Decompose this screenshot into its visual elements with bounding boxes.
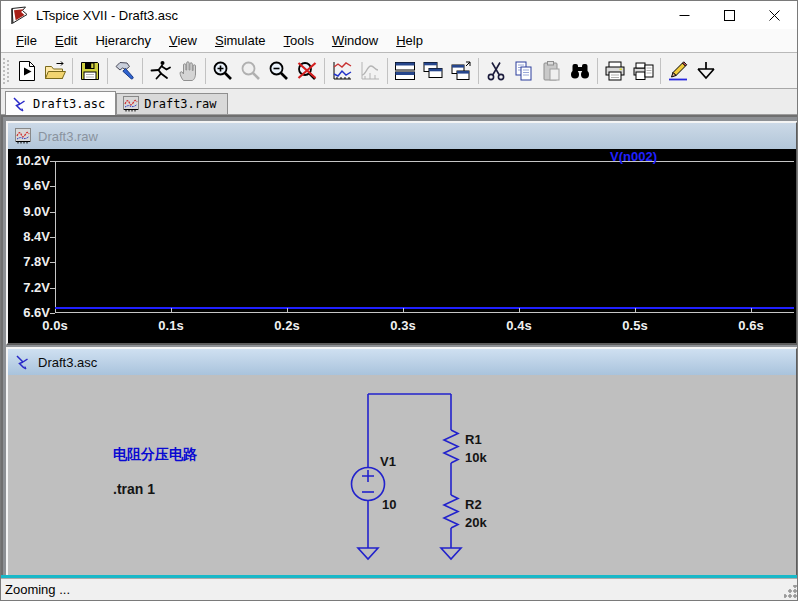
toolbar-open-button[interactable] <box>41 56 69 86</box>
r2-value-label[interactable]: 20k <box>465 515 487 530</box>
waveform-window-titlebar[interactable]: Draft3.raw <box>8 123 796 149</box>
toolbar-place-ground-button[interactable] <box>692 56 720 86</box>
y-axis-label[interactable]: 9.6V <box>8 178 50 193</box>
x-axis-label[interactable]: 0.1s <box>149 318 193 333</box>
schematic-canvas[interactable]: 电阻分压电路 .tran 1 <box>8 375 796 577</box>
schematic-doc-icon <box>12 96 28 112</box>
toolbar-cut-button[interactable] <box>482 56 510 86</box>
y-axis-label[interactable]: 8.4V <box>8 229 50 244</box>
trace-v-n002[interactable] <box>55 307 794 309</box>
toolbar-new-schematic-button[interactable] <box>13 56 41 86</box>
menu-edit[interactable]: Edit <box>46 30 86 51</box>
document-tabbar: Draft3.ascDraft3.raw <box>1 89 797 115</box>
ground-r2 <box>441 548 461 559</box>
window-title: LTspice XVII - Draft3.asc <box>36 8 178 23</box>
waveform-window: Draft3.raw V(n002) 10.2V9.6V9.0V8.4V7.8V… <box>6 121 798 345</box>
toolbar-zoom-out-button[interactable] <box>265 56 293 86</box>
v1-value-label[interactable]: 10 <box>382 497 396 512</box>
x-axis-label[interactable]: 0.4s <box>497 318 541 333</box>
toolbar <box>1 53 797 89</box>
toolbar-separator <box>387 58 388 84</box>
menu-view[interactable]: View <box>160 30 206 51</box>
tab-draft3-raw[interactable]: Draft3.raw <box>116 93 227 114</box>
new-schematic-icon <box>15 59 39 83</box>
plot-settings-icon <box>358 59 382 83</box>
save-icon <box>78 59 102 83</box>
toolbar-tile-windows-button[interactable] <box>391 56 419 86</box>
y-axis-label[interactable]: 9.0V <box>8 204 50 219</box>
tab-draft3-asc[interactable]: Draft3.asc <box>5 91 116 115</box>
x-axis-label[interactable]: 0.3s <box>381 318 425 333</box>
plot-frame <box>55 161 794 313</box>
waveform-plot-area[interactable]: V(n002) 10.2V9.6V9.0V8.4V7.8V7.2V6.6V0.0… <box>8 149 796 343</box>
y-axis-tick <box>50 288 55 289</box>
toolbar-restore-windows-button[interactable] <box>447 56 475 86</box>
toolbar-grip[interactable] <box>3 58 10 84</box>
control-panel-icon <box>113 59 137 83</box>
toolbar-draw-wire-button[interactable] <box>664 56 692 86</box>
copy-icon <box>512 59 536 83</box>
tab-label: Draft3.asc <box>33 97 105 111</box>
r1-symbol <box>444 430 458 463</box>
toolbar-copy-button[interactable] <box>510 56 538 86</box>
toolbar-separator <box>597 58 598 84</box>
toolbar-plot-settings-button <box>356 56 384 86</box>
x-axis-label[interactable]: 0.5s <box>613 318 657 333</box>
ltspice-logo-icon <box>9 5 29 25</box>
circuit-wires <box>352 394 462 559</box>
x-axis-label[interactable]: 0.2s <box>265 318 309 333</box>
toolbar-save-button[interactable] <box>76 56 104 86</box>
menu-tools[interactable]: Tools <box>275 30 323 51</box>
toolbar-print-button[interactable] <box>601 56 629 86</box>
open-icon <box>43 59 67 83</box>
y-axis-label[interactable]: 10.2V <box>8 153 50 168</box>
y-axis-tick <box>50 313 55 314</box>
y-axis-tick <box>50 237 55 238</box>
menu-hierarchy[interactable]: Hierarchy <box>86 30 160 51</box>
draw-wire-icon <box>666 59 690 83</box>
menu-simulate[interactable]: Simulate <box>206 30 275 51</box>
r1-ref-label[interactable]: R1 <box>465 432 482 447</box>
close-button[interactable] <box>752 1 797 29</box>
r2-ref-label[interactable]: R2 <box>465 497 482 512</box>
toolbar-halt-button <box>174 56 202 86</box>
waveform-doc-icon <box>123 96 139 112</box>
x-axis-label[interactable]: 0.6s <box>729 318 773 333</box>
toolbar-print-preview-button[interactable] <box>629 56 657 86</box>
y-axis-tick <box>50 212 55 213</box>
toolbar-run-button[interactable] <box>146 56 174 86</box>
menu-file[interactable]: File <box>7 30 46 51</box>
x-axis-label[interactable]: 0.0s <box>33 318 77 333</box>
menu-help[interactable]: Help <box>387 30 432 51</box>
schematic-doc-icon <box>15 354 31 370</box>
toolbar-cascade-windows-button[interactable] <box>419 56 447 86</box>
print-preview-icon <box>631 59 655 83</box>
r1-value-label[interactable]: 10k <box>465 450 487 465</box>
trace-legend[interactable]: V(n002) <box>610 149 657 164</box>
toolbar-zoom-in-button[interactable] <box>209 56 237 86</box>
y-axis-label[interactable]: 7.8V <box>8 254 50 269</box>
schematic-comment-text[interactable]: 电阻分压电路 <box>113 446 197 464</box>
place-ground-icon <box>694 59 718 83</box>
toolbar-autorange-y-axis-button[interactable] <box>328 56 356 86</box>
toolbar-zoom-full-extents-button[interactable] <box>293 56 321 86</box>
print-icon <box>603 59 627 83</box>
v1-ref-label[interactable]: V1 <box>380 454 396 469</box>
menu-window[interactable]: Window <box>323 30 387 51</box>
v1-plus-sign <box>362 470 374 482</box>
toolbar-find-button[interactable] <box>566 56 594 86</box>
app-titlebar[interactable]: LTspice XVII - Draft3.asc <box>1 1 797 29</box>
menu-bar: FileEditHierarchyViewSimulateToolsWindow… <box>1 29 797 53</box>
minimize-button[interactable] <box>662 1 707 29</box>
cut-icon <box>484 59 508 83</box>
y-axis-label[interactable]: 7.2V <box>8 280 50 295</box>
toolbar-control-panel-button[interactable] <box>111 56 139 86</box>
toolbar-separator <box>205 58 206 84</box>
spice-directive-text[interactable]: .tran 1 <box>113 481 155 497</box>
toolbar-separator <box>660 58 661 84</box>
tab-label: Draft3.raw <box>144 97 216 111</box>
resize-grip[interactable] <box>784 585 797 598</box>
schematic-window-titlebar[interactable]: Draft3.asc <box>8 349 796 375</box>
cascade-windows-icon <box>421 59 445 83</box>
maximize-button[interactable] <box>707 1 752 29</box>
